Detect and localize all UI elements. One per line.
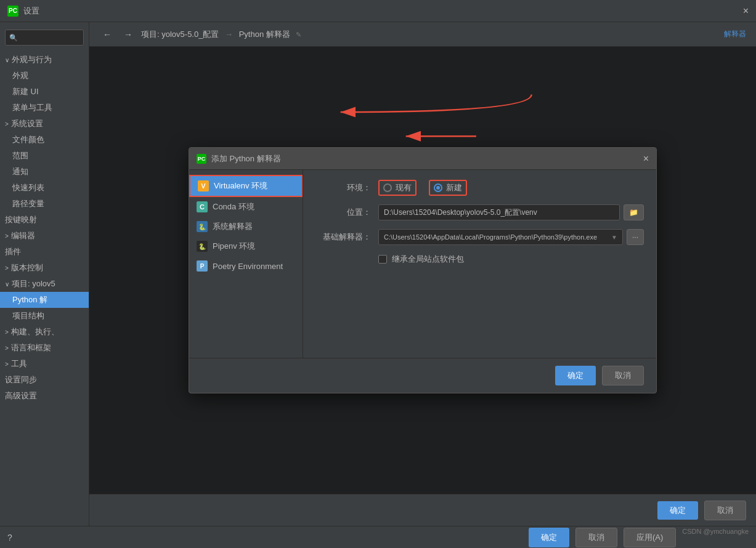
cancel-button[interactable]: 取消 [704,501,746,520]
app-icon: PC [7,6,18,17]
environment-row: 环境： 现有 [315,180,644,196]
sidebar-category-tools[interactable]: > 工具 [0,356,89,372]
sidebar-item-label: 菜单与工具 [12,103,52,112]
title-bar: PC 设置 × [0,0,756,22]
help-icon[interactable]: ? [7,533,12,542]
location-input-row: 📁 [378,204,644,220]
python-icon: 🐍 [197,221,208,232]
sidebar-category-system[interactable]: > 系统设置 [0,116,89,132]
breadcrumb: 项目: yolov5-5.0_配置 → Python 解释器 ✎ [141,29,301,40]
sidebar-item-file-colors[interactable]: 文件颜色 [0,132,89,148]
inherit-checkbox-row: 继承全局站点软件包 [378,254,464,265]
sidebar-item-sync[interactable]: 设置同步 [0,372,89,388]
location-control: 📁 [378,204,644,220]
sidebar-category-lang[interactable]: > 语言和框架 [0,340,89,356]
sidebar-category-vcs[interactable]: > 版本控制 [0,260,89,276]
interpreter-link-text: 解释器 [724,30,746,38]
location-row: 位置： 📁 [315,204,644,220]
footer-apply-button[interactable]: 应用(A) [624,528,676,547]
sidebar-item-label: 路径变量 [12,199,44,208]
sidebar-item-appearance[interactable]: 外观 [0,68,89,84]
breadcrumb-project: 项目: yolov5-5.0_配置 [141,30,219,39]
search-box[interactable]: 🔍 [5,30,84,46]
sidebar-category-label: 工具 [11,358,27,369]
dialog-sidebar-item-virtualenv[interactable]: V Virtualenv 环境 [189,175,303,197]
search-input[interactable] [20,33,79,42]
arrow-icon: > [5,233,9,240]
sidebar-item-keymaps[interactable]: 按键映射 [0,212,89,228]
inherit-control: 继承全局站点软件包 [378,254,644,265]
inherit-label: 继承全局站点软件包 [392,254,464,265]
back-button[interactable]: ← [99,28,115,41]
sidebar-category-appearance[interactable]: ∨ 外观与行为 [0,52,89,68]
dialog-ok-button[interactable]: 确定 [555,366,596,385]
forward-button[interactable]: → [120,28,136,41]
right-panel: ← → 项目: yolov5-5.0_配置 → Python 解释器 ✎ 解释器 [89,22,756,526]
sidebar-category-label: 项目: yolov5 [12,278,55,289]
dialog-sidebar: V Virtualenv 环境 C Conda 环境 [189,170,303,358]
sidebar-category-build[interactable]: > 构建、执行、 [0,324,89,340]
sidebar-item-label: 文件颜色 [12,135,44,144]
arrow-icon: > [5,329,9,336]
base-interpreter-select[interactable]: C:\Users\15204\AppData\Local\Programs\Py… [378,229,623,245]
dialog-sidebar-item-pipenv[interactable]: 🐍 Pipenv 环境 [189,236,303,256]
dots-button[interactable]: ··· [627,229,644,245]
dialog-sidebar-item-system[interactable]: 🐍 系统解释器 [189,217,303,236]
edit-icon: ✎ [296,31,301,38]
sidebar-item-label: Python 解 [12,295,47,304]
header-bar: ← → 项目: yolov5-5.0_配置 → Python 解释器 ✎ 解释器 [89,22,756,47]
poetry-icon: P [197,260,208,272]
dialog-sidebar-item-label: Pipenv 环境 [213,241,255,252]
sidebar-item-project-structure[interactable]: 项目结构 [0,308,89,324]
base-interpreter-control: C:\Users\15204\AppData\Local\Programs\Py… [378,229,644,245]
dialog-body: V Virtualenv 环境 C Conda 环境 [189,170,656,358]
footer-ok-button[interactable]: 确定 [529,528,569,547]
sidebar-item-label: 外观 [12,71,28,80]
sidebar-category-label: 编辑器 [11,230,35,241]
close-icon[interactable]: × [743,6,749,17]
dialog-sidebar-item-conda[interactable]: C Conda 环境 [189,197,303,217]
sidebar-item-path-vars[interactable]: 路径变量 [0,196,89,212]
breadcrumb-sep: → [225,30,233,39]
interpreter-input-row: C:\Users\15204\AppData\Local\Programs\Py… [378,229,644,245]
location-input[interactable] [378,204,620,220]
sidebar-item-label: 按键映射 [5,214,37,225]
sidebar-item-menu[interactable]: 菜单与工具 [0,100,89,116]
sidebar-category-label: 语言和框架 [11,342,51,353]
browse-button[interactable]: 📁 [624,204,644,220]
dialog-close-button[interactable]: × [643,153,649,164]
location-label: 位置： [315,207,371,218]
sidebar-item-label: 高级设置 [5,390,37,401]
dialog-sidebar-item-poetry[interactable]: P Poetry Environment [189,256,303,276]
sidebar-item-python-interpreter[interactable]: Python 解 [0,292,89,308]
inherit-checkbox[interactable] [378,255,387,264]
interpreter-link[interactable]: 解释器 [724,29,746,39]
radio-new[interactable]: 新建 [429,180,467,196]
sidebar-category-label: 系统设置 [11,118,43,129]
breadcrumb-current: Python 解释器 [239,30,290,39]
radio-existing-circle [383,183,392,192]
footer-brand: CSDN @ymchuangke [682,528,749,547]
arrow-icon: ∨ [5,57,9,63]
footer-cancel-button[interactable]: 取消 [575,528,617,547]
dialog-sidebar-item-label: Virtualenv 环境 [214,180,267,191]
footer-right: 确定 取消 应用(A) CSDN @ymchuangke [529,528,749,547]
dialog-cancel-button[interactable]: 取消 [602,366,644,385]
sidebar-category-label: 构建、执行、 [11,326,59,337]
sidebar-item-scope[interactable]: 范围 [0,148,89,164]
sidebar-item-plugins[interactable]: 插件 [0,244,89,260]
dialog-overlay: PC 添加 Python 解释器 × V [89,47,756,494]
sidebar-category-editor[interactable]: > 编辑器 [0,228,89,244]
sidebar-item-new-ui[interactable]: 新建 UI [0,84,89,100]
sidebar-item-label: 快速列表 [12,183,44,192]
sidebar-item-label: 项目结构 [12,311,44,320]
sidebar-category-project[interactable]: ∨ 项目: yolov5 [0,276,89,292]
radio-existing[interactable]: 现有 [378,180,417,196]
add-interpreter-dialog: PC 添加 Python 解释器 × V [189,147,657,393]
pipenv-icon: 🐍 [197,241,208,252]
ok-button[interactable]: 确定 [657,501,698,520]
sidebar-item-notifications[interactable]: 通知 [0,164,89,180]
dialog-icon: PC [197,154,206,164]
sidebar-item-quick-lists[interactable]: 快速列表 [0,180,89,196]
sidebar-item-advanced[interactable]: 高级设置 [0,388,89,404]
